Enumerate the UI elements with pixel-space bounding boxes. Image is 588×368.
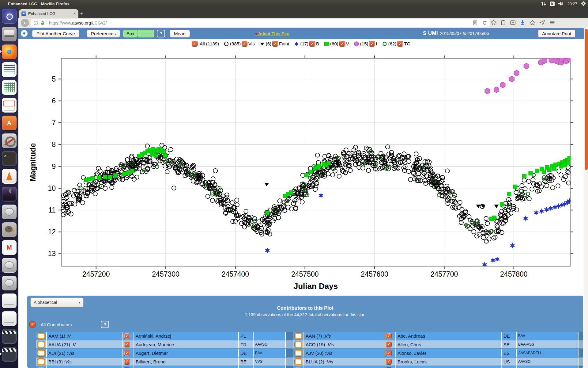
libreoffice-impress-icon[interactable] (2, 98, 17, 113)
reader-mode-icon[interactable] (473, 20, 478, 25)
b-checkbox[interactable]: ✓ (309, 41, 315, 47)
reset-button[interactable]: reset (138, 30, 154, 37)
running-indicator (0, 352, 2, 355)
keyboard-layout-indicator[interactable]: It (550, 2, 555, 6)
contributor-left-row-5: BOC (3) : Vis✓Breard, Jean-MarcFRAFOEV (36, 366, 290, 368)
svg-text:12: 12 (48, 228, 56, 236)
zoom-help-button[interactable]: ? (157, 30, 165, 37)
vis-checkbox[interactable]: ✓ (242, 41, 247, 47)
mean-button[interactable]: Mean (170, 30, 190, 37)
legend-count: (15) (360, 41, 368, 46)
observer-checkbox[interactable]: ✓ (386, 342, 392, 347)
hard-disk-2-icon[interactable] (2, 258, 17, 273)
observer-country: DE (502, 332, 516, 340)
libreoffice-writer-icon[interactable] (2, 62, 17, 77)
observer-button[interactable] (295, 341, 302, 348)
hard-disk-3-icon[interactable] (2, 276, 17, 290)
volume-icon[interactable] (558, 1, 564, 6)
clock[interactable]: 20:27 (567, 2, 577, 6)
dash-home-icon[interactable] (2, 9, 17, 24)
observer-checkbox[interactable]: ✓ (386, 359, 392, 365)
adopt-this-star-link[interactable]: ♥Adopt This Star (255, 31, 290, 36)
observer-checkbox[interactable]: ✓ (124, 333, 130, 339)
clipboard-icon[interactable] (500, 20, 506, 25)
observer-checkbox[interactable]: ✓ (386, 333, 392, 339)
new-tab-button[interactable]: + (77, 10, 86, 17)
all-checkbox[interactable]: ✓ (192, 41, 198, 47)
legend-label: :All (1139) (198, 41, 219, 46)
annotate-print-button[interactable]: Annotate Print (538, 29, 575, 37)
video-editor-1-icon[interactable] (2, 329, 17, 344)
observer-checkbox[interactable]: ✓ (124, 350, 130, 356)
gimp-icon[interactable] (2, 222, 17, 237)
all-contributors-toggle: ✓ : All Contributors ? (29, 321, 109, 328)
system-tray[interactable]: It 20:27 (541, 0, 586, 7)
faint-checkbox[interactable]: ✓ (272, 41, 278, 47)
simple-scan-icon[interactable] (2, 27, 17, 41)
i-checkbox[interactable]: ✓ (369, 41, 375, 47)
gmail-icon[interactable]: M (2, 240, 17, 255)
session-gear-icon[interactable] (581, 1, 586, 6)
downloads-icon[interactable] (520, 20, 526, 25)
box-button[interactable]: Box (123, 30, 138, 37)
firefox-icon[interactable] (2, 44, 17, 59)
contributors-help-button[interactable]: ? (101, 321, 109, 328)
software-center-icon[interactable]: A (2, 116, 17, 130)
contributor-right-row-5: BRJ (1) : Vis✓Bortle, JohnUS (293, 366, 582, 368)
system-settings-icon[interactable] (2, 133, 17, 148)
page-scrollbar[interactable] (584, 28, 588, 368)
removable-drive-1-icon[interactable] (2, 293, 17, 308)
url-protocol: https://www. (49, 21, 72, 25)
observer-checkbox[interactable]: ✓ (124, 359, 130, 365)
scrollbar-thumb[interactable] (585, 29, 588, 170)
aavso-favicon-icon: ★ (21, 11, 26, 16)
terminal-icon[interactable]: >_ (2, 151, 17, 166)
observer-button[interactable] (37, 350, 45, 356)
hard-disk-1-icon[interactable] (2, 205, 17, 219)
observer-button[interactable] (37, 358, 45, 365)
observer-button[interactable] (295, 350, 302, 356)
observer-code: BLUA (2) : Vis (304, 358, 384, 366)
video-editor-2-icon[interactable] (2, 347, 17, 362)
legend-item-i: (15)✓I (354, 41, 377, 47)
plot-another-curve-button[interactable]: Plot Another Curve (32, 30, 79, 37)
menu-icon[interactable] (549, 20, 555, 25)
observer-button[interactable] (37, 333, 45, 339)
removable-drive-2-icon[interactable] (2, 311, 17, 326)
preferences-button[interactable]: Preferences (87, 30, 120, 37)
pocket-icon[interactable] (510, 20, 516, 25)
secure-lock-icon[interactable] (40, 21, 45, 25)
observer-button[interactable] (37, 367, 45, 368)
back-button[interactable] (21, 19, 29, 27)
all-contributors-checkbox[interactable]: ✓ (29, 321, 36, 328)
tab-enhanced-lcg[interactable]: ★ Enhanced LCG × (19, 9, 78, 18)
vlc-icon[interactable] (2, 169, 17, 184)
light-curve-chart[interactable]: 5678910111213245720024573002457400245750… (28, 48, 583, 294)
svg-text:10: 10 (48, 184, 56, 192)
page-info-icon[interactable] (33, 21, 38, 25)
page-content: Plot Another Curve Preferences Box reset… (18, 28, 584, 368)
libreoffice-calc-icon[interactable] (2, 80, 17, 95)
observer-checkbox[interactable]: ✓ (124, 342, 130, 347)
tab-close-icon[interactable]: × (73, 11, 76, 16)
observer-name: Audejean, Maurice (134, 340, 238, 348)
reload-icon[interactable] (482, 20, 487, 25)
url-bar[interactable]: https://www.aavso.org/LCGv2/ (31, 19, 490, 27)
home-icon[interactable] (530, 20, 535, 25)
svg-text:9: 9 (52, 163, 56, 171)
observer-button[interactable] (295, 333, 302, 339)
observer-button[interactable] (295, 367, 302, 368)
observer-org: AASABADELL (517, 349, 578, 357)
legend-count: (6) (266, 41, 271, 46)
observer-name: Bortle, John (396, 366, 501, 368)
observer-button[interactable] (295, 358, 302, 365)
bookmark-star-icon[interactable] (491, 20, 496, 25)
observer-code: BOC (3) : Vis (47, 366, 122, 368)
network-arrows-icon[interactable] (541, 1, 546, 6)
v-checkbox[interactable]: ✓ (339, 41, 345, 47)
tg-checkbox[interactable]: ✓ (397, 41, 403, 47)
observer-checkbox[interactable]: ✓ (386, 350, 392, 356)
stellarium-icon[interactable]: ☾ (2, 187, 17, 201)
share-icon[interactable] (539, 20, 545, 25)
observer-button[interactable] (37, 341, 45, 348)
